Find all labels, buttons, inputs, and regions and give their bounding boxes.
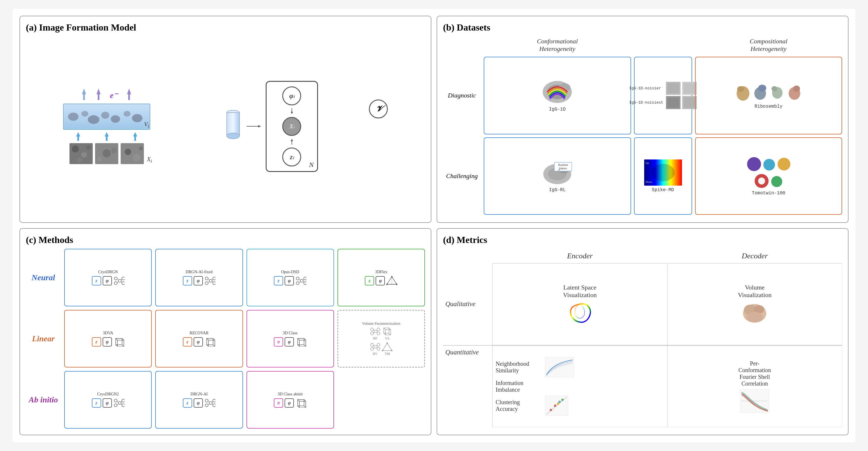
specimen-particles-svg: [65, 105, 149, 128]
tomo-p1: [746, 156, 762, 172]
nf-label: NF: [373, 336, 377, 341]
net-icon-1: [113, 276, 124, 285]
spike-md-cell: Up Down Spike-MD: [634, 137, 692, 215]
neighborhood-sim-label: NeighborhoodSimilarity: [496, 361, 542, 374]
image-formation-diagram: e⁻: [63, 88, 150, 164]
svg-line-95: [299, 281, 300, 283]
svg-line-162: [212, 401, 213, 402]
noise-label2: IgG-1D-noisiest: [629, 101, 664, 105]
svg-point-72: [114, 282, 117, 285]
svg-text:Down: Down: [646, 180, 652, 183]
svg-line-132: [389, 328, 391, 330]
svg-rect-41: [684, 83, 695, 93]
panel-d-title: (d) Metrics: [443, 234, 842, 245]
svg-line-96: [303, 279, 304, 280]
cryodrgn2-name: CryoDRGN2: [97, 392, 119, 397]
quantitative-row-label: Quantitative: [443, 346, 492, 427]
z-node: zᵢ: [282, 147, 301, 166]
svg-point-82: [209, 279, 212, 282]
svg-point-147: [114, 404, 117, 407]
svg-point-69: [758, 177, 765, 185]
ribosembly-name: Ribosembly: [755, 104, 782, 109]
comp-het-header: CompositionalHeterogeneity: [695, 36, 842, 54]
svg-line-78: [121, 279, 122, 280]
encoder-header: Encoder: [492, 249, 668, 263]
nv-label: NV: [373, 352, 378, 356]
svg-point-139: [377, 347, 380, 350]
specimen-container: Vi: [63, 104, 150, 130]
plate-box: φᵢ Xᵢ zᵢ N: [266, 81, 318, 172]
3dflex-card: 3DFlex z φ: [338, 249, 425, 306]
noise-label1: IgG-1D-noisier: [629, 86, 664, 90]
panel-a-title-text: Image Formation Model: [39, 22, 136, 33]
3dclass-name: 3D Class: [283, 331, 298, 336]
volume-vis-label: VolumeVisualization: [738, 284, 772, 299]
beam-down-arrows: [75, 132, 138, 141]
neural-label: Neural: [26, 249, 61, 306]
svg-point-4: [82, 111, 88, 117]
svg-text:+: +: [553, 404, 555, 408]
svg-line-109: [122, 345, 124, 346]
panel-c: (c) Methods Neural CryoDRGN z φ: [20, 228, 431, 435]
svg-point-122: [371, 328, 374, 331]
quantitative-decoder-cell: Per-ConformationFourier ShellCorrelation: [668, 346, 842, 427]
v-node-area: 𝒱: [369, 100, 388, 118]
svg-point-156: [205, 404, 208, 407]
opus-dsd-card: Opus-DSD z φ: [247, 249, 334, 306]
tomo-p2: [763, 158, 776, 172]
svg-point-90: [296, 282, 299, 285]
vp-nf: NF: [370, 327, 380, 341]
svg-line-169: [304, 406, 306, 407]
svg-point-21: [111, 147, 117, 153]
svg-rect-39: [668, 83, 679, 93]
recovar-card: RECOVAR z φ: [155, 310, 243, 367]
svg-point-71: [114, 277, 117, 280]
svg-point-81: [205, 282, 208, 285]
svg-text:Up: Up: [646, 162, 649, 164]
spike-md-name: Spike-MD: [652, 188, 674, 193]
tube-container: [224, 107, 242, 145]
noise-sq2: [682, 82, 697, 95]
svg-line-114: [207, 345, 209, 346]
x-node: Xᵢ: [282, 117, 301, 136]
challenging-label: Challenging: [443, 137, 481, 215]
svg-line-163: [212, 403, 213, 405]
quantitative-encoder-cell: NeighborhoodSimilarity InformationImbala…: [492, 346, 668, 427]
z-icon-6: z: [183, 337, 192, 346]
phi-icon-5: φ: [103, 337, 112, 346]
tm-icon: [382, 342, 393, 351]
drgn-ai-fixed-card: DRGN-AI-fixed z φ: [155, 249, 243, 306]
svg-line-127: [374, 329, 374, 331]
3dclass-abinit-card: 3D Class abinit π φ: [247, 371, 334, 429]
svg-point-89: [296, 277, 299, 280]
igg-1d-svg: [538, 79, 576, 105]
svg-line-106: [116, 338, 118, 340]
tomo-p4: [753, 173, 770, 189]
ribo-protein3: [769, 82, 785, 102]
svg-point-125: [377, 328, 380, 331]
graphical-model: φᵢ Xᵢ zᵢ N: [224, 81, 318, 172]
cryodrgn-card: CryoDRGN z φ: [64, 249, 152, 306]
svg-line-113: [213, 338, 215, 340]
svg-line-160: [208, 401, 209, 402]
nf-icon: [370, 327, 380, 336]
svg-point-126: [377, 332, 380, 335]
svg-line-85: [208, 278, 209, 280]
svg-point-53: [793, 86, 800, 92]
pi-icon-2: π: [274, 398, 283, 407]
micrograph-2-svg: [95, 143, 118, 164]
svg-point-15: [81, 152, 87, 158]
micrographs: Xi: [69, 143, 144, 164]
svg-marker-2: [127, 88, 131, 100]
panel-d-letter: (d): [443, 234, 454, 245]
svg-point-47: [737, 86, 744, 92]
phi-icon-7: φ: [285, 337, 294, 346]
svg-point-9: [132, 114, 143, 122]
svg-line-140: [374, 345, 374, 346]
vp-nv: NV: [370, 342, 380, 356]
svg-point-49: [758, 85, 766, 92]
svg-line-94: [299, 278, 300, 280]
svg-marker-30: [258, 125, 261, 128]
spike-md-svg: Up Down: [644, 160, 682, 186]
svg-line-120: [298, 345, 300, 346]
